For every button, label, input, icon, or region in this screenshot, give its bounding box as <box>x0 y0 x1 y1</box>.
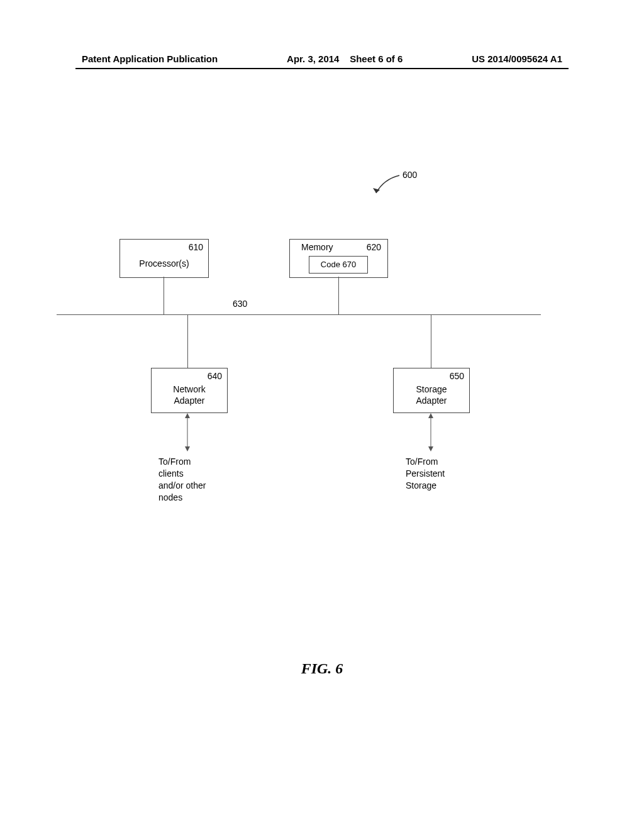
bus-line <box>57 314 541 315</box>
diagram-600: 600 610 Processor(s) Memory 620 Code 670… <box>75 170 566 610</box>
network-note-3: and/or other <box>158 480 206 490</box>
code-box: Code 670 <box>309 256 368 274</box>
processor-to-bus <box>164 277 164 314</box>
storage-note-3: Storage <box>406 480 436 490</box>
network-note-4: nodes <box>158 492 182 502</box>
page-header: Patent Application Publication Apr. 3, 2… <box>0 53 644 64</box>
processor-label: Processor(s) <box>120 258 208 268</box>
storage-note-2: Persistent <box>406 468 445 479</box>
ref-630: 630 <box>233 299 247 309</box>
bus-to-network <box>187 314 188 368</box>
network-label2: Adapter <box>174 396 204 406</box>
ref-670: 670 <box>343 260 357 269</box>
figure-caption: FIG. 6 <box>0 660 644 677</box>
header-left: Patent Application Publication <box>82 53 218 64</box>
code-label: Code <box>321 260 340 269</box>
memory-to-bus <box>338 277 339 314</box>
svg-marker-2 <box>185 413 190 418</box>
svg-marker-3 <box>185 446 190 451</box>
storage-note-1: To/From <box>406 456 438 467</box>
ref-640: 640 <box>208 371 222 381</box>
network-label1: Network <box>173 384 205 394</box>
storage-box: 650 Storage Adapter <box>393 368 470 413</box>
storage-note: To/From Persistent Storage <box>406 456 445 492</box>
network-box: 640 Network Adapter <box>151 368 228 413</box>
svg-marker-6 <box>428 446 433 451</box>
arrow-600 <box>371 173 409 198</box>
storage-label1: Storage <box>416 384 447 394</box>
network-note-1: To/From <box>158 456 191 467</box>
network-io-arrow <box>184 412 191 453</box>
header-center: Apr. 3, 2014 Sheet 6 of 6 <box>287 53 402 64</box>
memory-label: Memory <box>301 242 333 252</box>
header-date: Apr. 3, 2014 <box>287 53 339 64</box>
bus-to-storage <box>431 314 431 368</box>
network-note: To/From clients and/or other nodes <box>158 456 206 504</box>
ref-620: 620 <box>367 242 381 252</box>
header-right: US 2014/0095624 A1 <box>472 53 562 64</box>
storage-io-arrow <box>427 412 435 453</box>
ref-610: 610 <box>189 242 203 252</box>
svg-marker-5 <box>428 413 433 418</box>
ref-650: 650 <box>450 371 464 381</box>
network-note-2: clients <box>158 468 184 479</box>
storage-label2: Adapter <box>416 396 447 406</box>
header-sheet: Sheet 6 of 6 <box>350 53 402 64</box>
header-rule <box>75 68 569 69</box>
processor-box: 610 Processor(s) <box>119 239 209 278</box>
memory-box: Memory 620 Code 670 <box>289 239 388 278</box>
